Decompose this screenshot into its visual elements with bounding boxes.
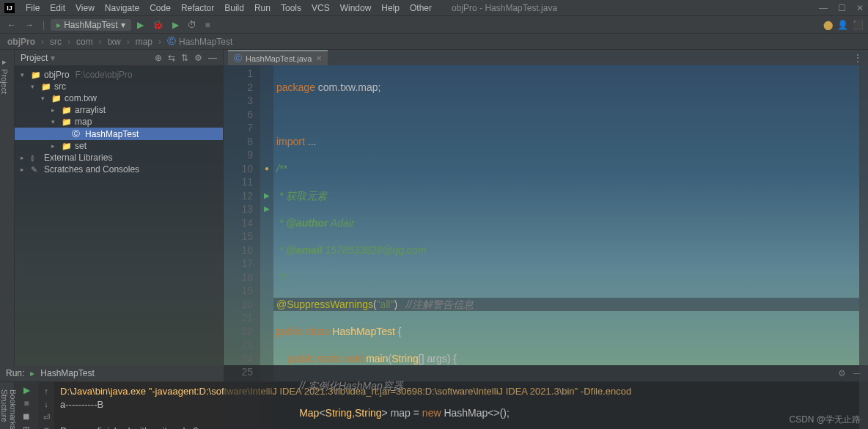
window-title: objPro - HashMapTest.java [452, 3, 557, 13]
code-editor[interactable]: 123678910111213141516171819202122232425 … [224, 65, 868, 429]
project-panel: Project ▾ ⊕ ⇆ ⇅ ⚙ — ▾📁objProF:\code\objP… [15, 50, 224, 365]
forward-icon[interactable]: → [22, 18, 37, 32]
overview-ruler[interactable] [859, 65, 868, 429]
tree-item[interactable]: ▾📁objProF:\code\objPro [15, 69, 223, 81]
stop-icon[interactable]: ■ [202, 18, 213, 32]
run-label: Run: [6, 368, 24, 378]
run-config-selector[interactable]: ▸ HashMapTest ▾ [51, 19, 130, 31]
tree-item[interactable]: ▸⫿External Libraries [15, 152, 223, 164]
close-icon[interactable]: ✕ [856, 3, 864, 13]
tab-close-icon[interactable]: ✕ [316, 54, 322, 62]
back-icon[interactable]: ← [4, 18, 19, 32]
menu-edit[interactable]: Edit [45, 3, 70, 13]
settings-icon[interactable]: ⬛ [853, 20, 864, 30]
menu-refactor[interactable]: Refactor [176, 3, 219, 13]
code-content[interactable]: package com.txw.map; import ... /** * 获取… [273, 65, 859, 429]
wrap-icon[interactable]: ⏎ [43, 413, 50, 422]
target-icon[interactable]: ⊕ [155, 53, 162, 63]
menu-navigate[interactable]: Navigate [100, 3, 144, 13]
menu-bar: IJ FileEditViewNavigateCodeRefactorBuild… [0, 0, 868, 16]
watermark: CSDN @学无止路 [789, 414, 861, 426]
avatar-icon[interactable]: 👤 [837, 20, 848, 30]
crumb[interactable]: txw [108, 37, 121, 47]
play-icon: ▸ [30, 368, 34, 378]
crumb[interactable]: com [76, 37, 93, 47]
collapse-icon[interactable]: ⇆ [168, 53, 175, 63]
crumb-root[interactable]: objPro [7, 37, 35, 47]
minimize-icon[interactable]: — [819, 3, 828, 13]
coverage-icon[interactable]: ▶ [169, 18, 182, 32]
menu-other[interactable]: Other [405, 3, 437, 13]
layout-icon[interactable]: ⊞ [23, 425, 30, 429]
stop-icon[interactable]: ■ [23, 398, 29, 408]
app-logo: IJ [4, 3, 15, 13]
run-icon[interactable]: ▶ [134, 18, 147, 32]
badge-icon[interactable]: ⬤ [823, 20, 833, 30]
toolbar-right: ⬤ 👤 ⬛ [823, 20, 864, 30]
debug-icon[interactable]: 🐞 [150, 18, 166, 32]
main-area: ▸ Project Project ▾ ⊕ ⇆ ⇅ ⚙ — ▾📁objProF:… [0, 50, 868, 365]
tree-item[interactable]: ▸✎Scratches and Consoles [15, 164, 223, 175]
panel-title: Project [21, 53, 48, 63]
chevron-down-icon: ▾ [121, 20, 125, 30]
tree-item[interactable]: ▸📁arraylist [15, 104, 223, 116]
crumb[interactable]: map [136, 37, 152, 47]
main-toolbar: ← → | ▸ HashMapTest ▾ ▶ 🐞 ▶ ⏱ ■ ⬤ 👤 ⬛ [0, 16, 868, 34]
profile-icon[interactable]: ⏱ [185, 18, 199, 32]
menu-tools[interactable]: Tools [276, 3, 306, 13]
menu-file[interactable]: File [21, 3, 45, 13]
menu-help[interactable]: Help [376, 3, 405, 13]
gear-icon[interactable]: ⚙ [194, 53, 202, 63]
hide-icon[interactable]: — [208, 53, 217, 63]
editor-menu-icon[interactable]: ⋮ [853, 53, 862, 63]
menu-vcs[interactable]: VCS [306, 3, 335, 13]
tree-item[interactable]: ⒸHashMapTest [15, 128, 223, 140]
play-icon: ▸ [56, 20, 61, 30]
line-gutter: 123678910111213141516171819202122232425 [224, 65, 260, 429]
menu-items: FileEditViewNavigateCodeRefactorBuildRun… [21, 3, 437, 13]
rerun-icon[interactable]: ▶ [23, 385, 30, 395]
run-tab-label[interactable]: HashMapTest [40, 368, 94, 378]
maximize-icon[interactable]: ☐ [838, 3, 846, 13]
project-tree[interactable]: ▾📁objProF:\code\objPro▾📁src▾📁com.txw▸📁ar… [15, 66, 223, 178]
editor-area: Ⓒ HashMapTest.java ✕ ⋮ 12367891011121314… [224, 50, 868, 365]
up-icon[interactable]: ↑ [44, 386, 48, 395]
crumb[interactable]: HashMapTest [179, 37, 232, 47]
java-icon: Ⓒ [234, 53, 242, 64]
crumb[interactable]: src [50, 37, 62, 47]
expand-icon[interactable]: ⇅ [181, 53, 188, 63]
menu-build[interactable]: Build [219, 3, 249, 13]
tree-item[interactable]: ▾📁map [15, 116, 223, 128]
menu-window[interactable]: Window [335, 3, 377, 13]
window-controls: — ☐ ✕ [819, 3, 864, 13]
structure-tool-tab[interactable]: Structure Bookmarks [0, 382, 15, 429]
tab-label: HashMapTest.java [246, 54, 312, 63]
project-tool-tab[interactable]: ▸ Project [0, 50, 15, 365]
run-controls: ▶ ■ ⏹ ⊞ [15, 382, 38, 429]
project-panel-header: Project ▾ ⊕ ⇆ ⇅ ⚙ — [15, 50, 223, 66]
down-icon[interactable]: ↓ [44, 400, 48, 408]
tree-item[interactable]: ▾📁src [15, 81, 223, 92]
run-sub-controls: ↑ ↓ ⏎ 🖶 [38, 382, 54, 429]
menu-run[interactable]: Run [249, 3, 276, 13]
menu-code[interactable]: Code [144, 3, 176, 13]
editor-tab-bar: Ⓒ HashMapTest.java ✕ ⋮ [224, 50, 868, 65]
tree-item[interactable]: ▾📁com.txw [15, 92, 223, 104]
editor-tab[interactable]: Ⓒ HashMapTest.java ✕ [228, 50, 328, 65]
breadcrumb: objPro src com txw map Ⓒ HashMapTest [0, 34, 868, 50]
exit-icon[interactable]: ⏹ [22, 411, 31, 422]
menu-view[interactable]: View [70, 3, 100, 13]
gutter-marks: ● ▶ ▶ [260, 65, 273, 429]
tree-item[interactable]: ▸📁set [15, 140, 223, 152]
